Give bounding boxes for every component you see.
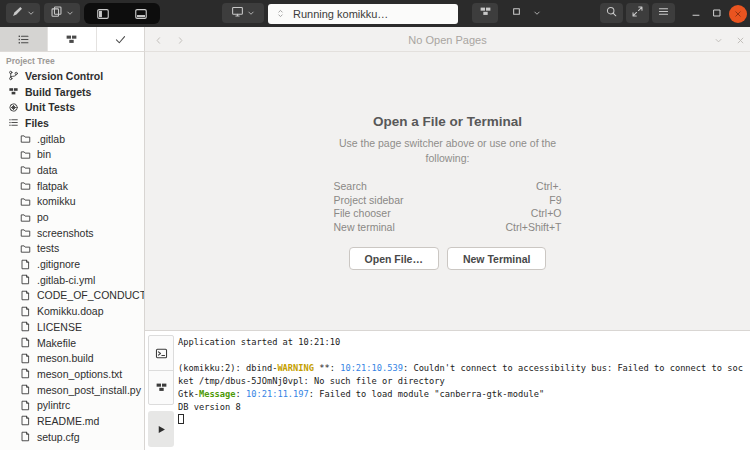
tree-item[interactable]: Files: [0, 115, 144, 131]
tree-item-label: meson.build: [37, 352, 94, 364]
tree-item[interactable]: Komikku.doap: [0, 303, 144, 319]
page-switcher-dropdown-button[interactable]: [709, 31, 727, 49]
shortcut-accel: Ctrl+O: [531, 207, 562, 221]
menu-icon: [657, 4, 670, 22]
project-menu-button[interactable]: [6, 3, 40, 23]
file-icon: [20, 321, 31, 332]
file-icon: [20, 290, 31, 301]
tree-item[interactable]: data: [0, 162, 144, 178]
file-icon: [20, 400, 31, 411]
terminal-panel: Application started at 10:21:10(komikku:…: [145, 330, 750, 450]
list-icon: [8, 117, 19, 128]
folder-icon: [20, 227, 31, 238]
tree-item[interactable]: meson.build: [0, 350, 144, 366]
tree-item[interactable]: Unit Tests: [0, 99, 144, 115]
shortcut-label: New terminal: [334, 221, 395, 235]
tree-item[interactable]: bin: [0, 146, 144, 162]
shortcut-label: File chooser: [334, 207, 391, 221]
play-icon: [156, 424, 167, 435]
tree-item[interactable]: setup.cfg: [0, 429, 144, 445]
file-icon: [20, 274, 31, 285]
fullscreen-button[interactable]: [626, 3, 649, 23]
close-page-button[interactable]: [731, 31, 749, 49]
expand-icon: [631, 4, 644, 22]
terminal-line: Gtk-Message: 10:21:11.197: Failed to loa…: [178, 388, 746, 401]
chevron-down-icon: [65, 4, 75, 22]
stop-button[interactable]: [504, 3, 528, 23]
close-window-button[interactable]: [729, 5, 747, 23]
folder-icon: [20, 196, 31, 207]
build-button[interactable]: [472, 3, 498, 23]
test-icon: [8, 102, 19, 113]
bricks-icon: [8, 86, 19, 97]
tree-item-label: Komikku.doap: [37, 305, 104, 317]
tree-item-label: Build Targets: [25, 86, 91, 98]
project-tree-panel: Project Tree Version ControlBuild Target…: [0, 52, 145, 450]
tree-item-label: pylintrc: [37, 399, 70, 411]
omnibar[interactable]: Running komikku…: [268, 4, 458, 24]
tree-item[interactable]: LICENSE: [0, 319, 144, 335]
check-icon: [114, 33, 127, 46]
terminal-output[interactable]: Application started at 10:21:10(komikku:…: [178, 336, 746, 427]
tree-item[interactable]: .gitlab: [0, 131, 144, 147]
file-icon: [20, 384, 31, 395]
panel-toggle-group: [84, 3, 160, 24]
shortcut-list: SearchCtrl+.Project sidebarF9File choose…: [334, 180, 562, 234]
run-output-tab-button[interactable]: [148, 411, 174, 447]
tree-item[interactable]: po: [0, 209, 144, 225]
build-output-tab-button[interactable]: [149, 370, 173, 404]
tree-item[interactable]: Version Control: [0, 68, 144, 84]
shortcut-accel: Ctrl+.: [536, 180, 561, 194]
new-terminal-button[interactable]: New Terminal: [447, 247, 547, 270]
open-file-button[interactable]: Open File…: [349, 247, 439, 270]
tab-unit-tests[interactable]: [97, 27, 144, 51]
duplicate-menu-button[interactable]: [44, 3, 80, 23]
tree-item-label: bin: [37, 148, 51, 160]
search-button[interactable]: [600, 3, 623, 23]
minimize-button[interactable]: [687, 4, 705, 22]
file-icon: [20, 337, 31, 348]
shortcut-label: Search: [334, 180, 367, 194]
tree-item[interactable]: flatpak: [0, 178, 144, 194]
menu-button[interactable]: [652, 3, 675, 23]
tree-item[interactable]: Makefile: [0, 335, 144, 351]
close-icon: [733, 9, 743, 19]
terminal-icon: [155, 347, 168, 360]
project-tree-label: Project Tree: [0, 52, 144, 68]
tree-item-label: tests: [37, 242, 59, 254]
tree-item[interactable]: komikku: [0, 194, 144, 210]
tree-item-label: Files: [25, 117, 49, 129]
tree-item[interactable]: pylintrc: [0, 397, 144, 413]
empty-state-title: Open a File or Terminal: [145, 114, 750, 129]
maximize-icon: [711, 7, 723, 19]
folder-icon: [20, 133, 31, 144]
tree-item-label: README.md: [37, 415, 99, 427]
toggle-left-panel-button[interactable]: [96, 7, 110, 21]
device-selector-button[interactable]: [222, 3, 264, 23]
run-options-button[interactable]: [528, 3, 546, 23]
tree-item-label: Version Control: [25, 70, 103, 82]
tree-item[interactable]: CODE_OF_CONDUCT....: [0, 288, 144, 304]
toggle-bottom-panel-button[interactable]: [134, 7, 148, 21]
tree-item-label: .gitignore: [37, 258, 80, 270]
tree-item[interactable]: Build Targets: [0, 84, 144, 100]
tab-build-targets[interactable]: [48, 27, 96, 51]
tab-project-tree[interactable]: [0, 27, 48, 51]
chevron-down-icon: [532, 4, 542, 22]
tree-item[interactable]: .gitlab-ci.yml: [0, 272, 144, 288]
bricks-icon: [65, 33, 78, 46]
pen-icon: [11, 4, 24, 22]
terminal-cursor: [178, 414, 184, 424]
tree-item-label: po: [37, 211, 49, 223]
maximize-button[interactable]: [708, 4, 726, 22]
file-icon: [20, 415, 31, 426]
tree-item[interactable]: meson_post_install.py: [0, 382, 144, 398]
tree-item[interactable]: screenshots: [0, 225, 144, 241]
tree-item[interactable]: README.md: [0, 413, 144, 429]
terminal-tab-button[interactable]: [149, 336, 173, 370]
folder-icon: [20, 149, 31, 160]
tree-item[interactable]: meson_options.txt: [0, 366, 144, 382]
tree-item-label: LICENSE: [37, 321, 82, 333]
tree-item[interactable]: tests: [0, 241, 144, 257]
tree-item[interactable]: .gitignore: [0, 256, 144, 272]
